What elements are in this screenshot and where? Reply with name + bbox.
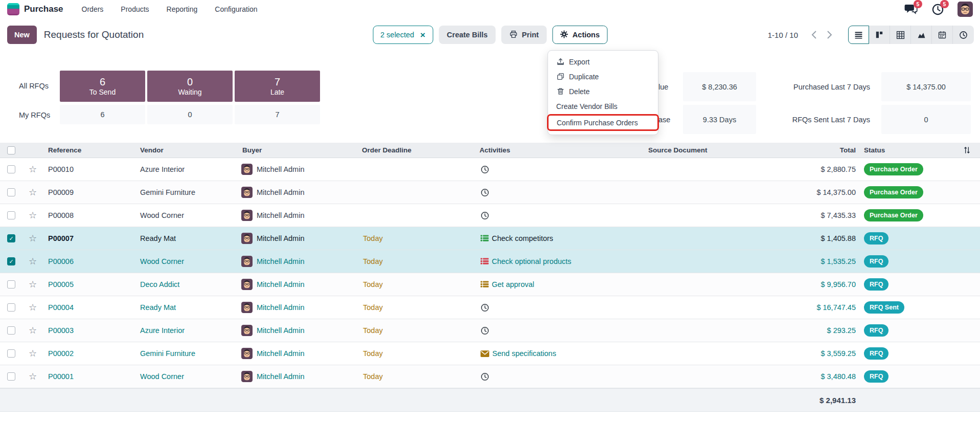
create-bills-button[interactable]: Create Bills [439, 26, 496, 44]
table-row[interactable]: ☆ P00005 Deco Addict Mitchell Admin Toda… [0, 273, 980, 296]
kpi-value-purchased-7-days[interactable]: $ 14,375.00 [881, 72, 971, 101]
table-row[interactable]: ✓ ☆ P00006 Wood Corner Mitchell Admin To… [0, 250, 980, 273]
column-header-total[interactable]: Total [802, 146, 856, 154]
clock-activity-icon[interactable] [481, 165, 489, 174]
calendar-view-icon[interactable] [932, 26, 953, 44]
status-badge: RFQ [864, 324, 888, 337]
actions-menu-item-delete[interactable]: Delete [548, 84, 658, 99]
column-header-source-document[interactable]: Source Document [643, 146, 802, 154]
row-checkbox[interactable] [7, 349, 15, 358]
menu-item-orders[interactable]: Orders [82, 5, 104, 13]
clock-activity-icon[interactable] [481, 188, 489, 197]
favorite-star-icon[interactable]: ☆ [22, 256, 43, 267]
row-total: $ 14,375.00 [802, 188, 856, 196]
footer-total: $ 2,941.13 [802, 396, 856, 405]
column-header-vendor[interactable]: Vendor [135, 146, 237, 154]
row-checkbox[interactable] [7, 372, 15, 381]
rfq-tile-all-rfqs-to-send[interactable]: 6To Send [60, 71, 145, 102]
favorite-star-icon[interactable]: ☆ [22, 325, 43, 336]
clock-activity-icon[interactable] [481, 326, 489, 335]
table-row[interactable]: ☆ P00003 Azure Interior Mitchell Admin T… [0, 319, 980, 342]
list-view-icon[interactable] [848, 26, 869, 44]
new-button[interactable]: New [7, 26, 37, 44]
print-button[interactable]: Print [502, 26, 547, 44]
actions-button[interactable]: Actions [553, 26, 607, 44]
pager-previous-icon[interactable] [806, 27, 822, 43]
buyer-avatar [241, 164, 253, 175]
menu-item-reporting[interactable]: Reporting [167, 5, 198, 13]
table-row[interactable]: ☆ P00001 Wood Corner Mitchell Admin Toda… [0, 365, 980, 388]
row-checkbox[interactable]: ✓ [7, 234, 15, 242]
export-icon [556, 58, 564, 66]
row-checkbox[interactable] [7, 303, 15, 312]
favorite-star-icon[interactable]: ☆ [22, 302, 43, 313]
pager-next-icon[interactable] [822, 27, 837, 43]
rfq-tile-my-rfqs-col0[interactable]: 6 [60, 105, 145, 124]
buyer-avatar [241, 371, 253, 382]
kpi-value-lead-time[interactable]: 9.33 Days [683, 105, 756, 134]
kpi-value-avg[interactable]: $ 8,230.36 [683, 72, 756, 101]
row-checkbox[interactable] [7, 326, 15, 335]
table-row[interactable]: ☆ P00010 Azure Interior Mitchell Admin $… [0, 158, 980, 181]
row-vendor: Azure Interior [135, 165, 237, 173]
table-row[interactable]: ☆ P00002 Gemini Furniture Mitchell Admin… [0, 342, 980, 365]
list-activity-icon[interactable] [481, 234, 489, 242]
list-activity-icon[interactable] [481, 257, 489, 265]
favorite-star-icon[interactable]: ☆ [22, 348, 43, 359]
select-all-checkbox[interactable] [7, 146, 15, 154]
column-header-status[interactable]: Status [856, 146, 953, 154]
row-checkbox[interactable]: ✓ [7, 257, 15, 265]
favorite-star-icon[interactable]: ☆ [22, 210, 43, 221]
list-activity-icon[interactable] [481, 280, 489, 288]
favorite-star-icon[interactable]: ☆ [22, 279, 43, 290]
rfq-tile-all-rfqs-waiting[interactable]: 0Waiting [147, 71, 233, 102]
kanban-view-icon[interactable] [869, 26, 890, 44]
activity-view-icon[interactable] [953, 26, 974, 44]
purchase-app-logo-icon[interactable] [7, 3, 19, 15]
messages-icon[interactable]: 5 [904, 3, 918, 15]
favorite-star-icon[interactable]: ☆ [22, 187, 43, 198]
menu-item-configuration[interactable]: Configuration [215, 5, 257, 13]
printer-icon [510, 30, 518, 40]
graph-view-icon[interactable] [911, 26, 932, 44]
column-header-activities[interactable]: Activities [474, 146, 643, 154]
table-row[interactable]: ☆ P00008 Wood Corner Mitchell Admin $ 7,… [0, 204, 980, 227]
app-title[interactable]: Purchase [24, 4, 63, 14]
column-header-buyer[interactable]: Buyer [237, 146, 357, 154]
row-total: $ 16,747.45 [802, 303, 856, 312]
favorite-star-icon[interactable]: ☆ [22, 371, 43, 382]
table-row[interactable]: ☆ P00004 Ready Mat Mitchell Admin Today … [0, 296, 980, 319]
user-avatar[interactable] [958, 2, 973, 17]
table-row[interactable]: ☆ P00009 Gemini Furniture Mitchell Admin… [0, 181, 980, 204]
activities-clock-icon[interactable]: 5 [931, 3, 944, 15]
clock-activity-icon[interactable] [481, 372, 489, 381]
row-buyer: Mitchell Admin [257, 372, 304, 381]
rfq-tile-my-rfqs-col1[interactable]: 0 [147, 105, 233, 124]
clock-activity-icon[interactable] [481, 303, 489, 312]
favorite-star-icon[interactable]: ☆ [22, 164, 43, 175]
rfq-tile-my-rfqs-col2[interactable]: 7 [235, 105, 320, 124]
table-row[interactable]: ✓ ☆ P00007 Ready Mat Mitchell Admin Toda… [0, 227, 980, 250]
actions-menu-item-export[interactable]: Export [548, 54, 658, 69]
optional-columns-icon[interactable] [953, 146, 980, 154]
row-total: $ 3,559.25 [802, 349, 856, 358]
row-checkbox[interactable] [7, 211, 15, 219]
buyer-avatar [241, 302, 253, 313]
actions-menu-item-confirm-purchase-orders[interactable]: Confirm Purchase Orders [547, 114, 659, 131]
pivot-view-icon[interactable] [890, 26, 911, 44]
rfq-tile-all-rfqs-late[interactable]: 7Late [235, 71, 320, 102]
kpi-value-rfqs-sent-7-days[interactable]: 0 [881, 105, 971, 134]
favorite-star-icon[interactable]: ☆ [22, 233, 43, 244]
envelope-activity-icon[interactable] [481, 350, 489, 358]
row-checkbox[interactable] [7, 280, 15, 288]
clear-selection-icon[interactable]: × [420, 31, 425, 39]
column-header-reference[interactable]: Reference [43, 146, 135, 154]
actions-menu-item-duplicate[interactable]: Duplicate [548, 69, 658, 84]
column-header-order-deadline[interactable]: Order Deadline [357, 146, 474, 154]
row-buyer: Mitchell Admin [257, 280, 304, 288]
clock-activity-icon[interactable] [481, 211, 489, 220]
row-checkbox[interactable] [7, 188, 15, 196]
menu-item-products[interactable]: Products [121, 5, 149, 13]
row-checkbox[interactable] [7, 165, 15, 173]
actions-menu-item-create-vendor-bills[interactable]: Create Vendor Bills [548, 99, 658, 114]
